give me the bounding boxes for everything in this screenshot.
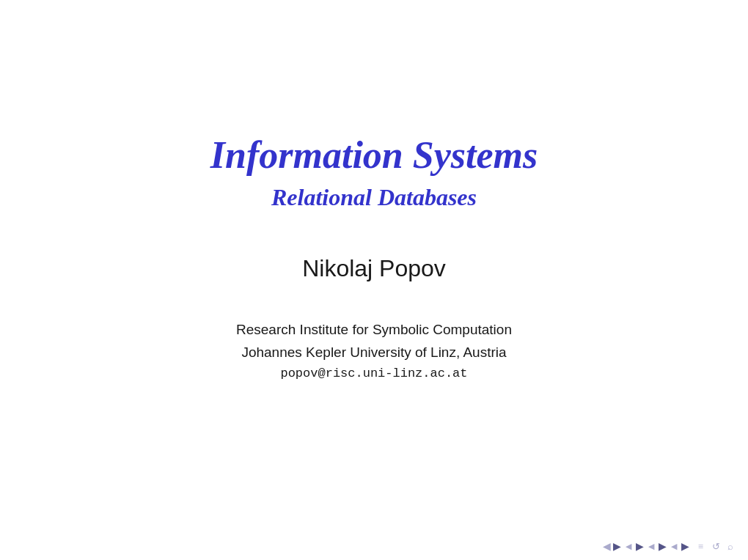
nav-left1-icon[interactable]: ▶ [613, 540, 621, 553]
nav-sep1: ◀ [626, 542, 631, 551]
nav-first-icon[interactable]: ◀ [603, 540, 611, 553]
nav-search-icon[interactable]: ⌕ [727, 541, 733, 553]
institution-line2: Johannes Kepler University of Linz, Aust… [236, 342, 512, 364]
nav-sep3: ◀ [671, 542, 677, 551]
author-name: Nikolaj Popov [302, 255, 446, 282]
slide-title: Information Systems [210, 133, 538, 178]
slide-subtitle: Relational Databases [271, 184, 477, 211]
nav-last-icon[interactable]: ▶ [681, 540, 689, 553]
nav-menu-icon[interactable]: ≡ [698, 541, 703, 553]
email-address: popov@risc.uni-linz.ac.at [236, 364, 512, 383]
bottom-navigation: ◀ ▶ ◀ ▶ ◀ ▶ ◀ ▶ ≡ ↺ ⌕ [603, 540, 733, 553]
institution-line1: Research Institute for Symbolic Computat… [236, 319, 512, 341]
slide-container: Information Systems Relational Databases… [0, 0, 748, 560]
nav-prev-icon[interactable]: ▶ [636, 540, 644, 553]
nav-back-icon[interactable]: ↺ [712, 541, 720, 553]
nav-sep2: ◀ [648, 542, 654, 551]
content-area: Information Systems Relational Databases… [210, 133, 538, 383]
nav-next-icon[interactable]: ▶ [659, 540, 667, 553]
affiliation-block: Research Institute for Symbolic Computat… [236, 319, 512, 383]
nav-controls[interactable]: ◀ ▶ [603, 540, 621, 553]
